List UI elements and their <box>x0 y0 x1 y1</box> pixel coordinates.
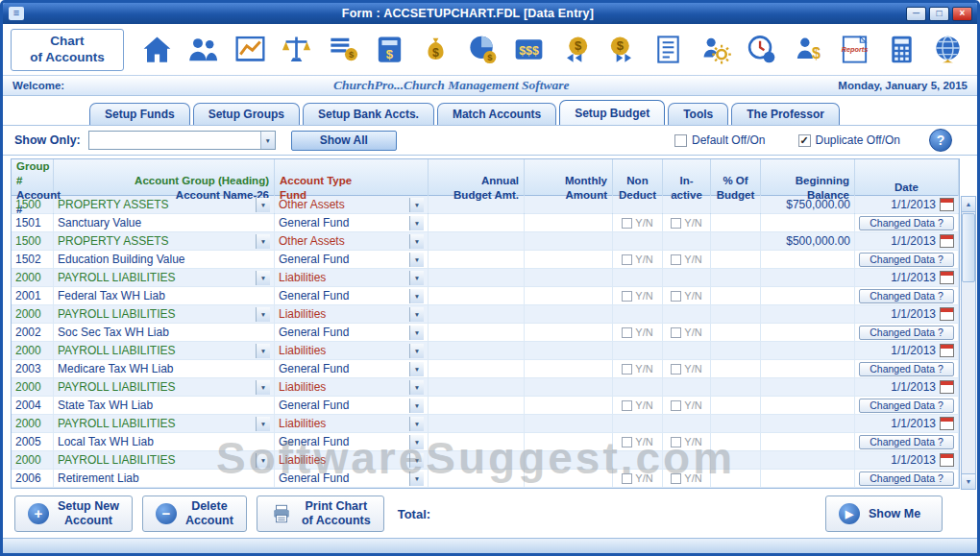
dropdown-arrow-icon[interactable]: ▼ <box>409 471 424 486</box>
dropdown-arrow-icon[interactable]: ▼ <box>409 326 424 340</box>
account-type-cell[interactable]: General Fund▼ <box>275 470 429 487</box>
account-name-cell[interactable]: PROPERTY ASSETS▼ <box>54 196 275 213</box>
beginning-balance-cell[interactable] <box>761 324 855 341</box>
account-number-cell[interactable]: 2000 <box>12 378 54 396</box>
yn-checkbox[interactable] <box>671 254 681 265</box>
pct-budget-cell[interactable] <box>711 232 761 250</box>
monthly-amount-cell[interactable] <box>525 214 613 231</box>
account-type-cell[interactable]: Liabilities▼ <box>275 451 429 469</box>
tab-setup-bank-accts-[interactable]: Setup Bank Accts. <box>303 103 434 125</box>
show-only-combobox[interactable]: ▼ <box>88 131 276 150</box>
annual-budget-cell[interactable] <box>429 470 525 487</box>
toggle-default-off-on[interactable]: Default Off/On <box>674 133 765 147</box>
dropdown-arrow-icon[interactable]: ▼ <box>256 271 270 285</box>
beginning-balance-cell[interactable] <box>761 397 855 414</box>
beginning-balance-cell[interactable] <box>761 342 855 359</box>
beginning-balance-cell[interactable] <box>761 287 855 304</box>
dropdown-arrow-icon[interactable]: ▼ <box>409 271 424 285</box>
pct-budget-cell[interactable] <box>711 360 761 377</box>
dropdown-arrow-icon[interactable]: ▼ <box>409 435 424 449</box>
minimize-icon[interactable]: ─ <box>906 7 926 21</box>
account-type-cell[interactable]: General Fund▼ <box>275 214 429 231</box>
annual-budget-cell[interactable] <box>429 269 525 286</box>
account-type-cell[interactable]: General Fund▼ <box>275 433 429 450</box>
account-name-cell[interactable]: Retirement Liab <box>54 470 275 487</box>
pct-budget-cell[interactable] <box>711 251 761 268</box>
monthly-amount-cell[interactable] <box>525 415 613 432</box>
scroll-thumb[interactable] <box>962 213 975 282</box>
monthly-amount-cell[interactable] <box>525 251 613 268</box>
dropdown-arrow-icon[interactable]: ▼ <box>409 399 424 413</box>
pct-budget-cell[interactable] <box>711 433 761 450</box>
tab-tools[interactable]: Tools <box>668 103 728 125</box>
account-number-cell[interactable]: 2004 <box>12 397 54 414</box>
date-cell[interactable]: 1/1/2013 <box>855 232 959 250</box>
date-cell[interactable]: 1/1/2013 <box>855 378 959 396</box>
account-number-cell[interactable]: 2002 <box>12 324 54 341</box>
account-number-cell[interactable]: 2000 <box>12 305 54 323</box>
dropdown-arrow-icon[interactable]: ▼ <box>256 198 270 212</box>
account-name-cell[interactable]: PROPERTY ASSETS▼ <box>54 232 275 250</box>
beginning-balance-cell[interactable] <box>761 470 855 487</box>
account-number-cell[interactable]: 2001 <box>12 287 54 304</box>
dropdown-arrow-icon[interactable]: ▼ <box>409 234 424 249</box>
dropdown-arrow-icon[interactable]: ▼ <box>409 417 424 431</box>
ledger-icon[interactable]: $ <box>322 29 365 71</box>
calendar-icon[interactable] <box>940 417 954 430</box>
scroll-down-icon[interactable]: ▼ <box>962 473 975 489</box>
yn-checkbox[interactable] <box>671 437 681 447</box>
monthly-amount-cell[interactable] <box>525 470 613 487</box>
account-name-cell[interactable]: Sanctuary Value <box>54 214 275 231</box>
beginning-balance-cell[interactable] <box>761 251 855 268</box>
yn-checkbox[interactable] <box>671 400 681 411</box>
dropdown-arrow-icon[interactable]: ▼ <box>409 344 424 358</box>
delete-account-button[interactable]: − Delete Account <box>142 496 247 532</box>
changed-data-button[interactable]: Changed Data ? <box>859 471 954 486</box>
pct-budget-cell[interactable] <box>711 214 761 231</box>
scales-icon[interactable] <box>275 29 318 71</box>
account-number-cell[interactable]: 2000 <box>12 415 54 432</box>
money-grid-icon[interactable]: $$$ <box>507 29 551 71</box>
monthly-amount-cell[interactable] <box>525 324 613 341</box>
account-number-cell[interactable]: 2000 <box>12 269 54 286</box>
beginning-balance-cell[interactable] <box>761 214 855 231</box>
annual-budget-cell[interactable] <box>429 360 525 377</box>
yn-checkbox[interactable] <box>622 473 632 484</box>
help-button[interactable]: ? <box>929 129 952 152</box>
annual-budget-cell[interactable] <box>429 196 525 213</box>
account-number-cell[interactable]: 2006 <box>12 470 54 487</box>
dropdown-arrow-icon[interactable]: ▼ <box>409 453 424 468</box>
calendar-icon[interactable] <box>940 271 954 284</box>
dropdown-arrow-icon[interactable]: ▼ <box>409 362 424 376</box>
account-number-cell[interactable]: 1501 <box>12 214 54 231</box>
account-name-cell[interactable]: PAYROLL LIABILITIES▼ <box>54 451 275 469</box>
account-type-cell[interactable]: General Fund▼ <box>275 287 429 304</box>
globe-icon[interactable] <box>926 29 969 71</box>
calendar-icon[interactable] <box>940 453 954 467</box>
yn-checkbox[interactable] <box>671 473 681 484</box>
changed-data-button[interactable]: Changed Data ? <box>859 399 954 413</box>
account-type-cell[interactable]: Other Assets▼ <box>275 232 429 250</box>
toggle-duplicate-off-on[interactable]: ✓Duplicate Off/On <box>798 133 901 147</box>
date-cell[interactable]: 1/1/2013 <box>855 269 959 286</box>
account-name-cell[interactable]: Soc Sec Tax WH Liab <box>54 324 275 341</box>
account-number-cell[interactable]: 2003 <box>12 360 54 377</box>
yn-checkbox[interactable] <box>622 218 632 229</box>
yn-checkbox[interactable] <box>671 327 681 338</box>
account-name-cell[interactable]: State Tax WH Liab <box>54 397 275 414</box>
account-type-cell[interactable]: Liabilities▼ <box>275 415 429 432</box>
dropdown-arrow-icon[interactable]: ▼ <box>409 253 424 267</box>
tab-setup-funds[interactable]: Setup Funds <box>89 103 190 125</box>
show-all-button[interactable]: Show All <box>291 131 397 151</box>
pie-report-icon[interactable]: $ <box>461 29 504 71</box>
pct-budget-cell[interactable] <box>711 196 761 213</box>
date-cell[interactable]: 1/1/2013 <box>855 451 959 469</box>
tab-setup-budget[interactable]: Setup Budget <box>559 100 665 125</box>
calendar-icon[interactable] <box>940 198 954 211</box>
dropdown-arrow-icon[interactable]: ▼ <box>256 417 270 431</box>
account-name-cell[interactable]: PAYROLL LIABILITIES▼ <box>54 305 275 323</box>
calendar-icon[interactable] <box>940 234 954 248</box>
account-type-cell[interactable]: Liabilities▼ <box>275 269 429 286</box>
yn-checkbox[interactable] <box>622 291 632 302</box>
account-type-cell[interactable]: Liabilities▼ <box>275 342 429 359</box>
